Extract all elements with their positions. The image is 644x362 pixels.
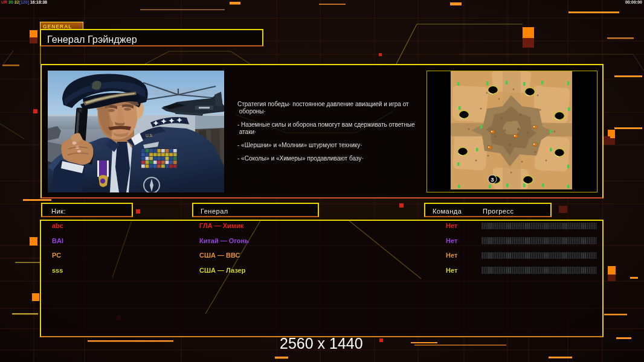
- svg-text:U.S.: U.S.: [146, 133, 153, 138]
- svg-text:3: 3: [491, 176, 494, 183]
